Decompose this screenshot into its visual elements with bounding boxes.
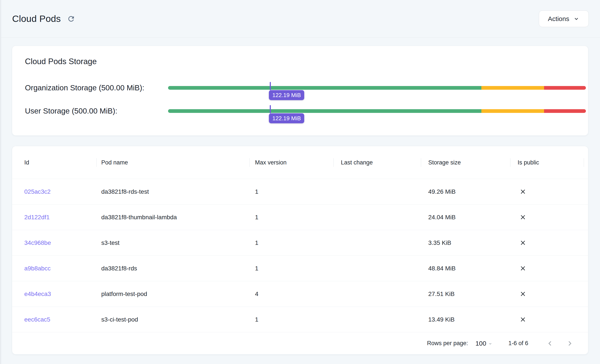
- table-row: eec6cac5 s3-ci-test-pod 1 13.49 KiB: [12, 307, 588, 332]
- last-change-cell: [334, 307, 421, 332]
- close-icon: [519, 188, 526, 195]
- max-version-cell: 1: [249, 179, 334, 204]
- pod-id-link[interactable]: a9b8abcc: [24, 265, 50, 272]
- refresh-button[interactable]: [66, 14, 76, 24]
- pod-name-cell: da3821f8-rds: [96, 256, 249, 281]
- cloud-pods-page: Cloud Pods Actions Cloud Pods Storage Or…: [0, 0, 600, 364]
- storage-card-title: Cloud Pods Storage: [25, 56, 586, 67]
- storage-size-cell: 48.84 MiB: [421, 256, 510, 281]
- table-pagination: Rows per page: 100 1-6 of 6: [12, 332, 588, 354]
- max-version-cell: 4: [249, 281, 334, 307]
- previous-page-button[interactable]: [544, 338, 555, 349]
- pod-name-cell: s3-test: [96, 230, 249, 255]
- column-header-pod-name[interactable]: Pod name: [96, 146, 249, 179]
- storage-threshold-bar: [168, 109, 586, 113]
- max-version-cell: 1: [249, 307, 334, 332]
- last-change-cell: [334, 230, 421, 255]
- organization-storage-bar: 122.19 MiB: [168, 86, 586, 90]
- column-header-max-version[interactable]: Max version: [249, 146, 334, 179]
- max-version-cell: 1: [249, 205, 334, 230]
- table-row: e4b4eca3 platform-test-pod 4 27.51 KiB: [12, 281, 588, 307]
- pods-table-card: Id Pod name Max version Last change Stor…: [12, 146, 588, 354]
- rows-per-page-select[interactable]: 100: [475, 339, 494, 347]
- storage-threshold-bar: [168, 86, 586, 90]
- last-change-cell: [334, 281, 421, 307]
- column-header-last-change[interactable]: Last change: [334, 146, 421, 179]
- pod-id-link[interactable]: e4b4eca3: [24, 291, 51, 298]
- bar-segment-red: [544, 109, 586, 113]
- pod-name-cell: da3821f8-thumbnail-lambda: [96, 205, 249, 230]
- organization-storage-label: Organization Storage (500.00 MiB):: [25, 83, 168, 92]
- table-row: 2d122df1 da3821f8-thumbnail-lambda 1 24.…: [12, 204, 588, 230]
- pod-id-link[interactable]: 34c968be: [24, 239, 51, 246]
- bar-segment-green: [168, 86, 481, 90]
- page-title: Cloud Pods: [12, 13, 61, 24]
- pod-name-cell: s3-ci-test-pod: [96, 307, 249, 332]
- storage-size-cell: 49.26 MiB: [421, 179, 510, 204]
- user-storage-meter: User Storage (500.00 MiB): 122.19 MiB: [25, 106, 586, 116]
- close-icon: [519, 265, 526, 272]
- table-row: 025ac3c2 da3821f8-rds-test 1 49.26 MiB: [12, 179, 588, 204]
- column-header-is-public[interactable]: Is public: [510, 146, 588, 179]
- organization-storage-meter: Organization Storage (500.00 MiB): 122.1…: [25, 83, 586, 93]
- user-storage-label: User Storage (500.00 MiB):: [25, 107, 168, 115]
- table-header-row: Id Pod name Max version Last change Stor…: [12, 146, 588, 179]
- close-icon: [519, 214, 526, 221]
- usage-badge: 122.19 MiB: [269, 90, 304, 100]
- storage-size-cell: 13.49 KiB: [421, 307, 510, 332]
- close-icon: [519, 290, 526, 298]
- usage-marker: [270, 105, 271, 113]
- table-row: 34c968be s3-test 1 3.35 KiB: [12, 230, 588, 255]
- pod-name-cell: platform-test-pod: [96, 281, 249, 307]
- dropdown-arrow-icon: [487, 340, 494, 347]
- chevron-right-icon: [565, 339, 574, 348]
- rows-per-page-value: 100: [475, 340, 486, 347]
- last-change-cell: [334, 205, 421, 230]
- usage-marker: [270, 82, 271, 90]
- usage-badge: 122.19 MiB: [269, 113, 304, 123]
- actions-button-label: Actions: [548, 15, 569, 23]
- chevron-left-icon: [545, 339, 554, 348]
- refresh-icon: [67, 15, 75, 23]
- pod-id-link[interactable]: 025ac3c2: [24, 188, 50, 195]
- pod-id-link[interactable]: 2d122df1: [24, 214, 50, 221]
- bar-segment-amber: [481, 109, 544, 113]
- max-version-cell: 1: [249, 230, 334, 255]
- table-row: a9b8abcc da3821f8-rds 1 48.84 MiB: [12, 255, 588, 281]
- storage-size-cell: 24.04 MiB: [421, 205, 510, 230]
- actions-button[interactable]: Actions: [539, 10, 589, 27]
- pod-id-link[interactable]: eec6cac5: [24, 316, 50, 323]
- last-change-cell: [334, 179, 421, 204]
- storage-size-cell: 3.35 KiB: [421, 230, 510, 255]
- bar-segment-amber: [481, 86, 544, 90]
- chevron-down-icon: [573, 16, 580, 22]
- pagination-range: 1-6 of 6: [508, 340, 528, 347]
- pod-name-cell: da3821f8-rds-test: [96, 179, 249, 204]
- close-icon: [519, 239, 526, 246]
- storage-card: Cloud Pods Storage Organization Storage …: [12, 46, 588, 136]
- next-page-button[interactable]: [564, 338, 575, 349]
- last-change-cell: [334, 256, 421, 281]
- bar-segment-green: [168, 109, 481, 113]
- max-version-cell: 1: [249, 256, 334, 281]
- column-header-storage-size[interactable]: Storage size: [421, 146, 510, 179]
- user-storage-bar: 122.19 MiB: [168, 109, 586, 113]
- close-icon: [519, 316, 526, 323]
- rows-per-page-label: Rows per page:: [427, 340, 468, 347]
- bar-segment-red: [544, 86, 586, 90]
- column-header-id[interactable]: Id: [12, 146, 96, 179]
- storage-size-cell: 27.51 KiB: [421, 281, 510, 307]
- page-header: Cloud Pods Actions: [0, 0, 600, 38]
